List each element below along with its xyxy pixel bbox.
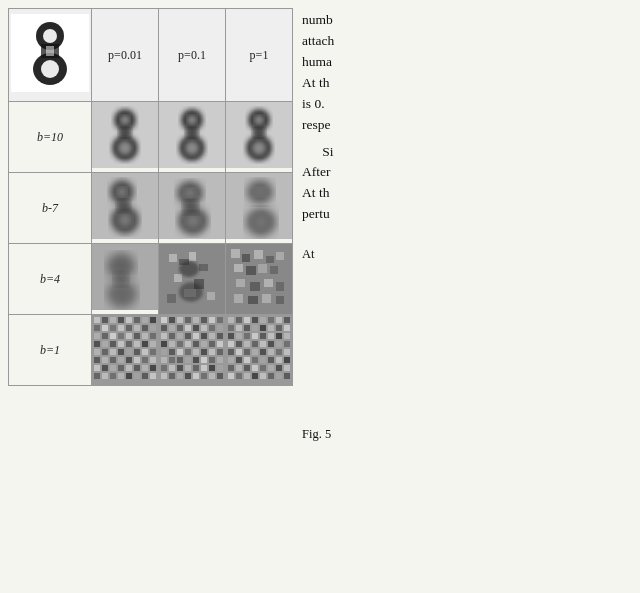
img-b7-p01 — [159, 173, 226, 244]
svg-rect-98 — [126, 333, 132, 339]
svg-rect-232 — [228, 341, 234, 347]
b4-p1-image-icon — [226, 244, 292, 310]
digit-8-icon — [11, 14, 89, 92]
img-b1-p1 — [226, 315, 293, 386]
svg-rect-184 — [169, 357, 175, 363]
svg-rect-214 — [276, 317, 282, 323]
svg-rect-52 — [174, 274, 182, 282]
svg-rect-177 — [177, 349, 183, 355]
col-header-p1: p=1 — [226, 9, 293, 102]
svg-rect-242 — [244, 349, 250, 355]
figure-caption-label: Fig. 5 — [302, 425, 628, 444]
svg-rect-101 — [150, 333, 156, 339]
svg-rect-144 — [169, 317, 175, 323]
svg-rect-120 — [110, 357, 116, 363]
svg-rect-237 — [268, 341, 274, 347]
svg-rect-186 — [185, 357, 191, 363]
fig-caption: At — [302, 245, 628, 264]
svg-rect-212 — [260, 317, 266, 323]
p001-label: p=0.01 — [108, 48, 142, 62]
svg-rect-121 — [118, 357, 124, 363]
svg-rect-118 — [94, 357, 100, 363]
svg-rect-192 — [169, 365, 175, 371]
svg-rect-106 — [126, 341, 132, 347]
svg-rect-164 — [201, 333, 207, 339]
svg-rect-95 — [102, 333, 108, 339]
svg-rect-124 — [142, 357, 148, 363]
row-b10: b=10 — [9, 102, 293, 173]
svg-rect-51 — [199, 264, 208, 271]
row-label-b1: b=1 — [9, 315, 92, 386]
svg-rect-150 — [217, 317, 223, 323]
svg-rect-173 — [209, 341, 215, 347]
svg-rect-138 — [126, 373, 132, 379]
svg-rect-196 — [201, 365, 207, 371]
svg-rect-153 — [177, 325, 183, 331]
p1-label: p=1 — [250, 48, 269, 62]
fig-caption-text: Fig. 5 — [302, 427, 331, 441]
svg-rect-104 — [110, 341, 116, 347]
svg-rect-80 — [110, 317, 116, 323]
svg-rect-203 — [193, 373, 199, 379]
svg-rect-260 — [260, 365, 266, 371]
svg-rect-90 — [126, 325, 132, 331]
svg-point-17 — [185, 141, 199, 155]
svg-rect-128 — [110, 365, 116, 371]
svg-rect-246 — [276, 349, 282, 355]
svg-rect-159 — [161, 333, 167, 339]
svg-rect-206 — [217, 373, 223, 379]
svg-rect-78 — [94, 317, 100, 323]
svg-rect-175 — [161, 349, 167, 355]
svg-rect-188 — [201, 357, 207, 363]
svg-rect-50 — [189, 252, 196, 261]
svg-rect-82 — [126, 317, 132, 323]
svg-rect-97 — [118, 333, 124, 339]
svg-rect-265 — [236, 373, 242, 379]
svg-rect-154 — [185, 325, 191, 331]
svg-rect-103 — [102, 341, 108, 347]
svg-rect-151 — [161, 325, 167, 331]
svg-rect-110 — [94, 349, 100, 355]
svg-rect-240 — [228, 349, 234, 355]
svg-rect-193 — [177, 365, 183, 371]
svg-rect-102 — [94, 341, 100, 347]
svg-rect-235 — [252, 341, 258, 347]
svg-rect-211 — [252, 317, 258, 323]
svg-rect-197 — [209, 365, 215, 371]
svg-rect-114 — [126, 349, 132, 355]
svg-rect-198 — [217, 365, 223, 371]
svg-rect-234 — [244, 341, 250, 347]
svg-rect-100 — [142, 333, 148, 339]
svg-rect-168 — [169, 341, 175, 347]
svg-rect-170 — [185, 341, 191, 347]
img-b7-p1 — [226, 173, 293, 244]
svg-rect-259 — [252, 365, 258, 371]
svg-rect-266 — [244, 373, 250, 379]
svg-rect-191 — [161, 365, 167, 371]
svg-rect-238 — [276, 341, 282, 347]
svg-rect-222 — [276, 325, 282, 331]
row-label-b4: b=4 — [9, 244, 92, 315]
svg-rect-162 — [185, 333, 191, 339]
img-b10-p001 — [92, 102, 159, 173]
svg-rect-77 — [92, 315, 158, 381]
svg-rect-261 — [268, 365, 274, 371]
svg-rect-199 — [161, 373, 167, 379]
svg-rect-262 — [276, 365, 282, 371]
svg-rect-187 — [193, 357, 199, 363]
svg-point-2 — [43, 29, 57, 43]
svg-rect-108 — [142, 341, 148, 347]
left-panel: p=0.01 p=0.1 p=1 b=10 — [0, 0, 290, 593]
svg-rect-251 — [252, 357, 258, 363]
svg-rect-155 — [193, 325, 199, 331]
svg-rect-72 — [276, 282, 284, 291]
svg-rect-169 — [177, 341, 183, 347]
svg-rect-258 — [244, 365, 250, 371]
svg-rect-253 — [268, 357, 274, 363]
svg-rect-136 — [110, 373, 116, 379]
svg-rect-141 — [150, 373, 156, 379]
paragraph-1: numb attach huma At th is 0. respe — [302, 10, 628, 136]
svg-rect-213 — [268, 317, 274, 323]
svg-rect-208 — [228, 317, 234, 323]
img-b10-p1 — [226, 102, 293, 173]
